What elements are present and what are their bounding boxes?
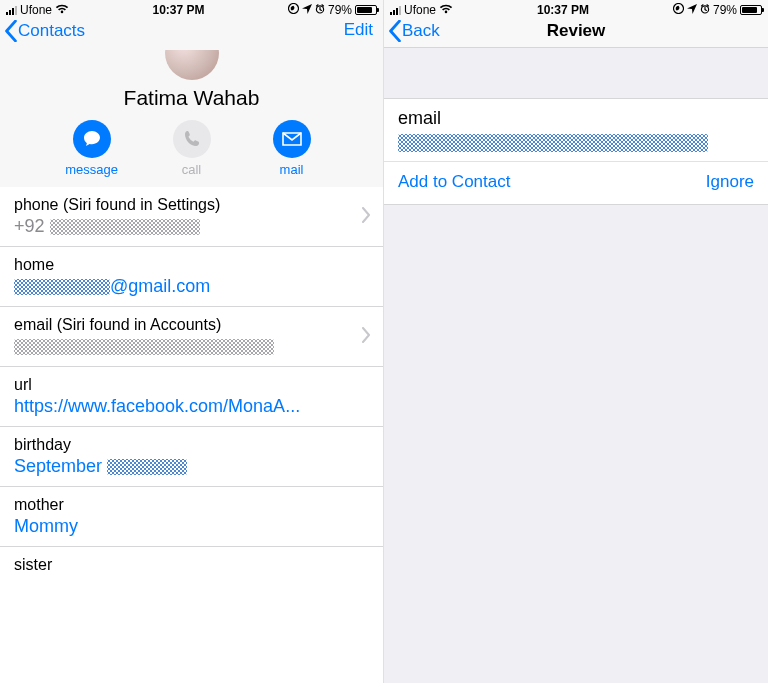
contact-header: Contacts Edit Fatima Wahab message call … [0, 18, 383, 187]
wifi-icon [439, 3, 453, 17]
field-value: https://www.facebook.com/MonaA... [14, 396, 369, 417]
contact-detail-screen: Ufone 10:37 PM 79% Contacts Edit [0, 0, 384, 683]
contact-name: Fatima Wahab [0, 86, 383, 110]
field-label: birthday [14, 436, 369, 454]
row-sister[interactable]: sister [0, 547, 383, 585]
back-button[interactable]: Back [388, 20, 440, 42]
back-label: Back [402, 21, 440, 41]
chevron-right-icon [361, 207, 371, 227]
birthday-prefix: September [14, 456, 107, 476]
battery-icon [355, 5, 377, 15]
chevron-right-icon [361, 327, 371, 347]
row-url[interactable]: url https://www.facebook.com/MonaA... [0, 367, 383, 427]
alarm-icon [700, 3, 710, 17]
dnd-icon [288, 3, 299, 17]
row-birthday[interactable]: birthday September [0, 427, 383, 487]
field-label: email [398, 108, 754, 129]
field-value: @gmail.com [14, 276, 369, 297]
redacted-value [107, 459, 187, 475]
add-to-contact-button[interactable]: Add to Contact [398, 172, 510, 192]
dnd-icon [673, 3, 684, 17]
status-bar: Ufone 10:37 PM 79% [0, 0, 383, 18]
row-email-siri[interactable]: email (Siri found in Accounts) [0, 307, 383, 367]
quick-actions: message call mail [0, 120, 383, 177]
field-value: September [14, 456, 369, 477]
battery-pct: 79% [713, 3, 737, 17]
carrier-label: Ufone [20, 3, 52, 17]
redacted-value [398, 134, 708, 152]
back-label: Contacts [18, 21, 85, 41]
signal-icon [6, 6, 17, 15]
field-label: sister [14, 556, 369, 574]
phone-icon [173, 120, 211, 158]
review-email-row[interactable]: email [384, 99, 768, 161]
field-label: mother [14, 496, 369, 514]
redacted-value [14, 279, 110, 295]
status-right: 79% [288, 3, 377, 17]
row-home-email[interactable]: home @gmail.com [0, 247, 383, 307]
email-suffix: @gmail.com [110, 276, 210, 296]
mail-button[interactable]: mail [263, 120, 321, 177]
mail-label: mail [280, 162, 304, 177]
field-value: Mommy [14, 516, 369, 537]
review-screen: Ufone 10:37 PM 79% Back Review [384, 0, 768, 683]
page-title: Review [384, 21, 768, 41]
battery-pct: 79% [328, 3, 352, 17]
chevron-left-icon [388, 20, 402, 42]
message-icon [73, 120, 111, 158]
back-to-contacts-button[interactable]: Contacts [4, 20, 85, 42]
wifi-icon [55, 3, 69, 17]
status-time: 10:37 PM [537, 3, 589, 17]
carrier-label: Ufone [404, 3, 436, 17]
phone-prefix: +92 [14, 216, 45, 236]
field-value [14, 336, 369, 357]
message-button[interactable]: message [63, 120, 121, 177]
signal-icon [390, 6, 401, 15]
status-time: 10:37 PM [152, 3, 204, 17]
battery-icon [740, 5, 762, 15]
alarm-icon [315, 3, 325, 17]
field-label: home [14, 256, 369, 274]
field-value: +92 [14, 216, 369, 237]
row-phone-siri[interactable]: phone (Siri found in Settings) +92 [0, 187, 383, 247]
field-label: url [14, 376, 369, 394]
field-label: phone (Siri found in Settings) [14, 196, 369, 214]
field-value [398, 133, 754, 152]
review-card: email Add to Contact Ignore [384, 98, 768, 205]
location-icon [302, 3, 312, 17]
redacted-value [14, 339, 274, 355]
message-label: message [65, 162, 118, 177]
ignore-button[interactable]: Ignore [706, 172, 754, 192]
contact-fields-list: phone (Siri found in Settings) +92 home … [0, 187, 383, 683]
edit-button[interactable]: Edit [344, 20, 373, 40]
call-label: call [182, 162, 202, 177]
status-right: 79% [673, 3, 762, 17]
location-icon [687, 3, 697, 17]
row-mother[interactable]: mother Mommy [0, 487, 383, 547]
call-button[interactable]: call [163, 120, 221, 177]
chevron-left-icon [4, 20, 18, 42]
field-label: email (Siri found in Accounts) [14, 316, 369, 334]
status-left: Ufone [6, 3, 69, 17]
status-left: Ufone [390, 3, 453, 17]
redacted-value [50, 219, 200, 235]
mail-icon [273, 120, 311, 158]
